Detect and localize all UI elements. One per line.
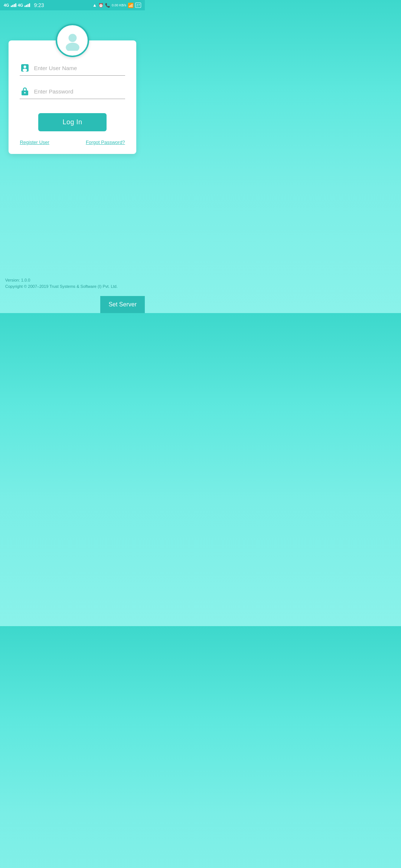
links-row: Register User Forgot Password? [20, 139, 125, 145]
username-input-group [20, 63, 125, 76]
copyright-text: Copyright © 2007–2019 Trust Systems & So… [5, 283, 118, 290]
wifi-icon: 📶 [128, 3, 134, 8]
svg-point-0 [68, 34, 76, 42]
signal-icon-2 [25, 3, 30, 7]
user-icon [20, 63, 30, 73]
username-input[interactable] [34, 65, 125, 71]
svg-point-6 [24, 92, 26, 93]
network-1-label: 4G [4, 3, 9, 7]
status-bar: 4G 4G 9:23 ▲ ⏰ 📞 0.00 KB/s 📶 27 [0, 0, 145, 10]
main-content: Log In Register User Forgot Password? Ve… [0, 10, 145, 313]
phone-icon: 📞 [105, 3, 110, 8]
status-left: 4G 4G 9:23 [4, 2, 44, 8]
register-user-link[interactable]: Register User [20, 139, 49, 145]
battery-icon: 27 [135, 3, 141, 8]
network-2-label: 4G [18, 3, 23, 7]
svg-point-4 [23, 69, 27, 72]
avatar-icon [62, 30, 83, 51]
status-right: ▲ ⏰ 📞 0.00 KB/s 📶 27 [92, 3, 141, 8]
password-input[interactable] [34, 88, 125, 95]
network-speed: 0.00 KB/s [112, 3, 126, 7]
footer: Version: 1.0.0 Copyright © 2007–2019 Tru… [5, 277, 118, 289]
alarm-icon: ⏰ [98, 3, 104, 8]
bluetooth-icon: ▲ [92, 3, 97, 8]
login-card: Log In Register User Forgot Password? [9, 40, 136, 154]
login-button[interactable]: Log In [38, 113, 107, 131]
password-input-group [20, 86, 125, 99]
forgot-password-link[interactable]: Forgot Password? [86, 139, 125, 145]
version-text: Version: 1.0.0 [5, 277, 118, 283]
signal-icon-1 [11, 3, 16, 7]
set-server-button[interactable]: Set Server [100, 296, 145, 313]
avatar-container [56, 24, 89, 57]
svg-point-1 [66, 43, 79, 51]
lock-icon [20, 86, 30, 96]
battery-level: 27 [136, 3, 140, 7]
svg-point-3 [24, 66, 26, 68]
time-display: 9:23 [34, 2, 44, 8]
